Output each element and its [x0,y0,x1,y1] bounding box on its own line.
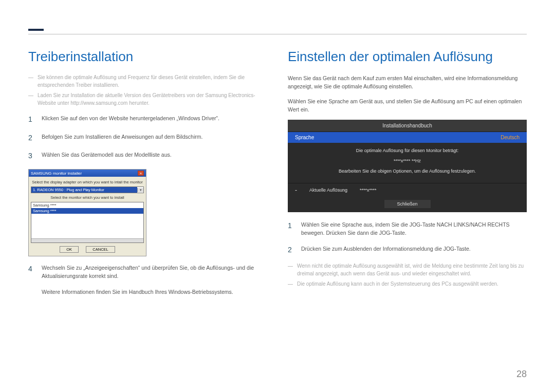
step-4: 4 Wechseln Sie zu „Anzeigeeigenschaften“… [28,264,267,281]
chevron-down-icon[interactable]: ▾ [137,188,143,192]
osd-resolution-value: ****x**** **Hz [300,158,514,163]
installer-title-text: SAMSUNG monitor installer [31,171,82,176]
heading-optimal-resolution: Einstellen der optimalen Auflösung [288,49,527,65]
osd-close-button[interactable]: Schließen [384,200,431,208]
step-text: Befolgen Sie zum Installieren die Anweis… [42,133,202,144]
step-number: 2 [28,133,33,144]
scrollbar[interactable] [31,238,143,242]
step-text: Wählen Sie das Gerätemodell aus der Mode… [42,151,172,162]
left-column: Treiberinstallation ― Sie können die opt… [28,49,267,303]
osd-language-label: Sprache [295,135,314,140]
note-item: ― Sie können die optimale Auflösung und … [28,74,267,89]
right-column: Einstellen der optimalen Auflösung Wenn … [288,49,527,303]
step-number: 4 [28,264,33,281]
step-2: 2 Drücken Sie zum Ausblenden der Informa… [288,245,527,256]
step-number: 1 [288,220,293,237]
installer-adapter-label: Select the display adapter on which you … [31,179,144,185]
step-text: Drücken Sie zum Ausblenden der Informati… [301,245,471,256]
step-number: 2 [288,245,293,256]
step-1: 1 Klicken Sie auf den von der Website he… [28,114,267,125]
page-number: 28 [516,369,527,380]
osd-language-value: Deutsch [501,135,520,140]
note-item: ― Die optimale Auflösung kann auch in de… [288,281,527,288]
installer-monitor-label: Select the monitor which you want to ins… [31,194,144,201]
note-text: Die optimale Auflösung kann auch in der … [297,281,498,288]
step-2: 2 Befolgen Sie zum Installieren die Anwe… [28,133,267,144]
close-icon[interactable]: × [138,171,144,176]
osd-info-line: Die optimale Auflösung für diesen Monito… [300,148,514,153]
header-rule [28,34,527,34]
osd-panel: Installationshandbuch Sprache Deutsch Di… [288,120,527,212]
list-item[interactable]: Samsung **** [31,208,143,214]
osd-instruction-line: Bearbeiten Sie die obigen Optionen, um d… [300,169,514,174]
step-text: Wählen Sie eine Sprache aus, indem Sie d… [301,220,527,237]
osd-current-label: Aktuelle Auflösung [309,188,347,193]
note-dash-icon: ― [288,281,293,288]
installer-adapter-value: 1. RADEON 9550 : Plug and Play Monitor [31,187,137,193]
osd-current-resolution-row: - Aktuelle Auflösung ****x**** [288,183,527,197]
ok-button[interactable]: OK [60,246,79,253]
note-item: ― Laden Sie zur Installation die aktuell… [28,92,267,107]
step-text: Wechseln Sie zu „Anzeigeeigenschaften“ u… [42,264,267,281]
bullet-dash-icon: - [295,186,297,194]
note-text: Sie können die optimale Auflösung und Fr… [38,74,267,89]
note-dash-icon: ― [288,263,293,277]
installer-dialog: SAMSUNG monitor installer × Select the d… [28,169,146,256]
header-accent-bar [28,29,44,31]
step-text: Klicken Sie auf den von der Website heru… [42,114,219,125]
heading-driver-installation: Treiberinstallation [28,49,267,65]
note-dash-icon: ― [28,74,33,89]
intro-paragraph: Wenn Sie das Gerät nach dem Kauf zum ers… [288,74,527,91]
note-item: ― Wenn nicht die optimale Auflösung ausg… [288,263,527,277]
cancel-button[interactable]: CANCEL [86,246,115,253]
intro-paragraph: Wählen Sie eine Sprache am Gerät aus, un… [288,97,527,114]
installer-adapter-select[interactable]: 1. RADEON 9550 : Plug and Play Monitor ▾ [31,186,144,193]
step-number: 1 [28,114,33,125]
installer-monitor-list[interactable]: Samsung **** Samsung **** [31,202,144,243]
step-number: 3 [28,151,33,162]
osd-language-row[interactable]: Sprache Deutsch [288,132,527,143]
osd-current-value: ****x**** [360,188,377,193]
osd-title: Installationshandbuch [288,120,527,132]
installer-titlebar: SAMSUNG monitor installer × [29,170,146,177]
note-text: Wenn nicht die optimale Auflösung ausgew… [297,263,527,277]
list-item[interactable]: Samsung **** [31,202,143,208]
footer-note: Weitere Informationen finden Sie im Hand… [42,288,267,296]
note-dash-icon: ― [28,92,33,107]
note-text: Laden Sie zur Installation die aktuelle … [38,92,267,107]
step-3: 3 Wählen Sie das Gerätemodell aus der Mo… [28,151,267,162]
step-1: 1 Wählen Sie eine Sprache aus, indem Sie… [288,220,527,237]
